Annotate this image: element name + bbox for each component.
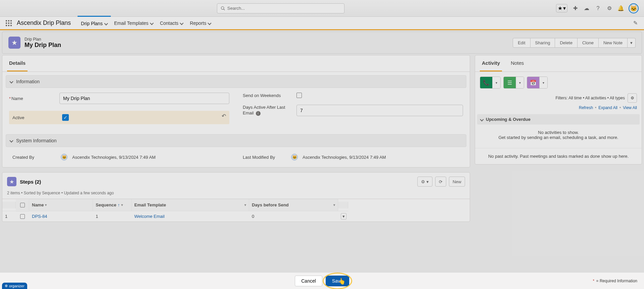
edit-button[interactable]: Edit: [513, 38, 530, 48]
sharing-button[interactable]: Sharing: [531, 38, 555, 48]
row-menu-button[interactable]: ▾: [341, 213, 347, 220]
days-active-label: Days Active After Last Emaili: [243, 105, 296, 116]
refresh-link[interactable]: Refresh: [579, 105, 593, 110]
name-input[interactable]: [59, 93, 229, 104]
chevron-down-icon: [150, 21, 153, 25]
global-header: Search... ★ ▾ ✚ ☁ ? ⚙ 🔔 🐱: [0, 0, 644, 17]
steps-title[interactable]: Steps (2): [20, 179, 41, 185]
creator-avatar-icon: 🐱: [61, 154, 67, 160]
row-index: 1: [5, 214, 7, 219]
new-task-button[interactable]: ☰: [504, 77, 516, 88]
past-activity-info: No past activity. Past meetings and task…: [475, 148, 642, 164]
nav-tab-email-templates[interactable]: Email Templates: [111, 16, 156, 30]
svg-line-1: [224, 9, 225, 10]
global-search[interactable]: Search...: [217, 3, 344, 13]
col-template[interactable]: Email Template▾: [132, 199, 249, 211]
log-call-button-group: 📞 ▾: [480, 77, 501, 89]
step-template-link[interactable]: Welcome Email: [134, 214, 165, 219]
col-days[interactable]: Days before Send▾: [249, 199, 338, 211]
activity-filters: Filters: All time • All activities • All…: [556, 96, 625, 100]
notifications-bell-icon[interactable]: 🔔: [617, 5, 625, 12]
chevron-down-icon: ▾: [563, 5, 566, 11]
log-call-dropdown[interactable]: ▾: [492, 77, 500, 88]
required-note: * = Required Information: [593, 279, 637, 283]
cancel-button[interactable]: Cancel: [295, 276, 322, 286]
information-section-title: Information: [16, 79, 40, 84]
delete-button[interactable]: Delete: [555, 38, 578, 48]
record-header: ★ Drip Plan My Drip Plan Edit Sharing De…: [2, 32, 642, 54]
record-icon: ★: [8, 37, 20, 49]
col-sequence[interactable]: Sequence ↑▾: [93, 199, 132, 211]
upcoming-section-header[interactable]: Upcoming & Overdue: [477, 114, 640, 125]
activity-empty-state: No activities to show. Get started by se…: [475, 125, 642, 145]
setup-gear-icon[interactable]: ⚙: [606, 5, 613, 12]
steps-new-button[interactable]: New: [449, 177, 465, 187]
information-section-header[interactable]: Information: [6, 75, 466, 88]
chevron-down-icon: [9, 139, 13, 142]
app-launcher-icon[interactable]: [4, 18, 13, 28]
new-event-dropdown[interactable]: ▾: [539, 77, 547, 88]
log-call-button[interactable]: 📞: [480, 77, 492, 88]
table-row: 1 DPS-84 1 Welcome Email 0 ▾: [2, 211, 470, 222]
chevron-down-icon: ▾: [426, 179, 429, 184]
new-task-button-group: ☰ ▾: [503, 77, 524, 89]
system-info-title: System Information: [16, 138, 57, 143]
active-label: Active: [12, 115, 62, 120]
details-card: Details Information *Name Active ✓ ↶: [2, 55, 470, 167]
help-icon[interactable]: ?: [594, 5, 602, 12]
more-actions-button[interactable]: ▾: [628, 38, 636, 48]
modifier-avatar-icon: 🐱: [291, 154, 298, 160]
send-on-weekends-checkbox[interactable]: [296, 93, 302, 98]
tab-details[interactable]: Details: [7, 55, 28, 71]
select-all-checkbox[interactable]: [20, 203, 25, 207]
name-field: *Name: [9, 93, 229, 104]
row-checkbox[interactable]: [20, 214, 25, 219]
view-all-link[interactable]: View All: [623, 105, 637, 110]
user-avatar[interactable]: 🐱: [629, 3, 639, 13]
nav-tab-contacts[interactable]: Contacts: [156, 16, 186, 30]
undo-icon[interactable]: ↶: [222, 113, 226, 119]
save-button[interactable]: Save: [326, 276, 349, 286]
days-active-input[interactable]: [296, 105, 463, 116]
svg-rect-6: [8, 22, 9, 24]
new-task-dropdown[interactable]: ▾: [516, 77, 524, 88]
name-label: *Name: [9, 96, 59, 101]
steps-settings-button[interactable]: ⚙▾: [417, 177, 432, 187]
search-wrap: Search...: [5, 3, 556, 13]
col-name[interactable]: Name▾: [29, 199, 93, 211]
clone-button[interactable]: Clone: [578, 38, 599, 48]
active-checkbox[interactable]: ✓: [62, 114, 69, 121]
nav-tab-drip-plans[interactable]: Drip Plans: [78, 16, 111, 29]
new-note-button[interactable]: New Note: [599, 38, 628, 48]
edit-nav-icon[interactable]: ✎: [631, 18, 640, 28]
svg-rect-4: [10, 20, 12, 21]
activity-filter-gear[interactable]: ⚙: [628, 93, 637, 103]
expand-all-link[interactable]: Expand All: [598, 105, 617, 110]
system-info-section-header[interactable]: System Information: [6, 134, 466, 147]
organizer-badge[interactable]: ⊕ organizer: [2, 283, 27, 289]
record-entity-label: Drip Plan: [25, 37, 61, 42]
step-name-link[interactable]: DPS-84: [32, 214, 47, 219]
favorites-button[interactable]: ★ ▾: [556, 4, 567, 12]
record-actions: Edit Sharing Delete Clone New Note ▾: [513, 38, 636, 48]
new-event-button[interactable]: 📅: [527, 77, 539, 88]
svg-rect-7: [10, 22, 12, 24]
steps-refresh-button[interactable]: ⟳: [435, 177, 446, 187]
edit-footer-bar: Cancel Save 👆 * = Required Information: [0, 272, 644, 289]
info-icon[interactable]: i: [256, 111, 261, 116]
nav-tab-reports[interactable]: Reports: [186, 16, 214, 30]
steps-icon: ★: [7, 177, 16, 186]
tab-notes[interactable]: Notes: [509, 55, 526, 71]
app-name: Ascendix Drip Plans: [17, 19, 71, 27]
svg-rect-9: [8, 25, 9, 26]
salesforce-cloud-icon[interactable]: ☁: [583, 5, 590, 12]
svg-rect-10: [10, 25, 12, 26]
tab-activity[interactable]: Activity: [480, 55, 502, 71]
step-sequence: 1: [96, 214, 98, 219]
chevron-down-icon: [104, 21, 108, 25]
star-icon: ★: [558, 5, 562, 11]
add-icon[interactable]: ✚: [571, 5, 579, 12]
new-event-button-group: 📅 ▾: [527, 77, 548, 89]
send-on-weekends-field: Send on Weekends: [243, 93, 463, 98]
chevron-down-icon: [480, 117, 484, 121]
